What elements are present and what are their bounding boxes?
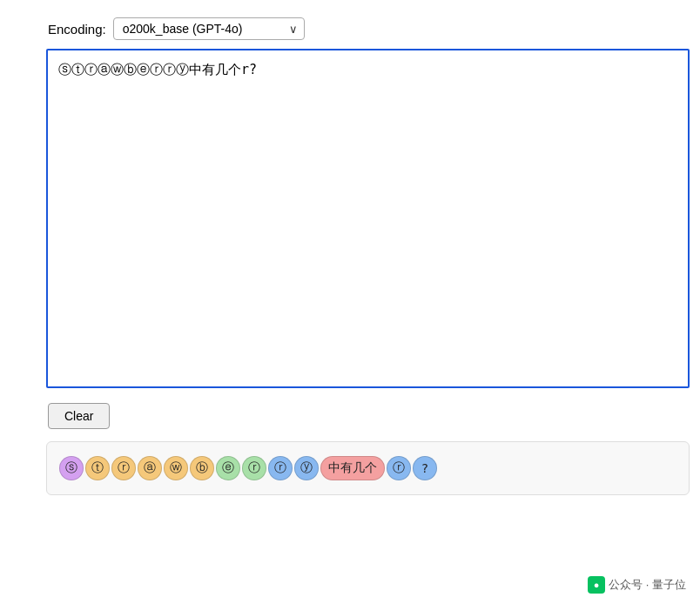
text-input[interactable]	[46, 49, 690, 388]
token-bubble: ⓣ	[85, 456, 110, 480]
token-bubble: ⓡ	[111, 456, 136, 480]
token-bubble: ⓨ	[294, 456, 319, 480]
wechat-icon: ●	[588, 576, 605, 594]
token-bubble: ?	[413, 456, 437, 480]
token-bubble: ⓦ	[164, 456, 188, 480]
watermark: ● 公众号 · 量子位	[588, 576, 686, 594]
token-bubble: ⓡ	[242, 456, 266, 480]
encoding-label: Encoding:	[48, 22, 106, 37]
encoding-row: Encoding: o200k_base (GPT-4o)cl100k_base…	[48, 17, 674, 40]
token-bubble: ⓑ	[190, 456, 214, 480]
token-bubble: ⓡ	[268, 456, 293, 480]
token-bubble: ⓡ	[387, 456, 411, 480]
token-bubble: ⓢ	[59, 456, 84, 480]
encoding-select[interactable]: o200k_base (GPT-4o)cl100k_base (GPT-4)p5…	[113, 17, 305, 40]
token-bubble: 中有几个	[320, 456, 385, 480]
watermark-text: 公众号 · 量子位	[609, 577, 686, 593]
token-bubble: ⓐ	[138, 456, 162, 480]
token-bubble: ⓔ	[216, 456, 240, 480]
token-panel: ⓢⓣⓡⓐⓦⓑⓔⓡⓡⓨ中有几个ⓡ?	[46, 441, 690, 495]
clear-button[interactable]: Clear	[48, 403, 110, 429]
encoding-select-wrapper[interactable]: o200k_base (GPT-4o)cl100k_base (GPT-4)p5…	[113, 17, 305, 40]
